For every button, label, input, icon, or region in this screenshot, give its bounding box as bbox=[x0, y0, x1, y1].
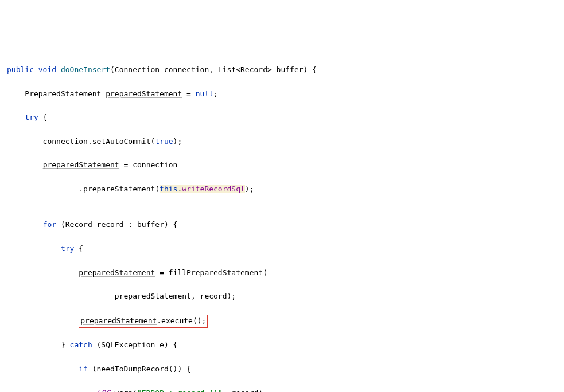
variable: preparedStatement bbox=[79, 268, 155, 277]
keyword-for: for bbox=[43, 220, 56, 229]
code-line: if (needToDumpRecord()) { bbox=[7, 363, 557, 375]
keyword-this: this bbox=[160, 185, 177, 193]
code-line: preparedStatement = fillPreparedStatemen… bbox=[7, 267, 557, 279]
keyword-if: if bbox=[79, 364, 88, 373]
variable: preparedStatement bbox=[43, 160, 119, 169]
code-text: .warn( bbox=[110, 389, 137, 393]
code-line: PreparedStatement preparedStatement = nu… bbox=[7, 88, 557, 100]
field-reference: writeRecordSql bbox=[182, 185, 245, 193]
code-text: = bbox=[182, 89, 195, 98]
code-text: , record); bbox=[191, 292, 236, 300]
code-editor: public void doOneInsert(Connection conne… bbox=[7, 52, 557, 392]
code-text: ); bbox=[245, 185, 254, 193]
highlighted-code: preparedStatement.execute(); bbox=[79, 315, 208, 328]
code-text: connection.setAutoCommit( bbox=[7, 137, 155, 146]
code-text: (Record record : buffer) { bbox=[56, 220, 177, 229]
code-text: ); bbox=[173, 137, 182, 146]
code-line: connection.setAutoCommit(true); bbox=[7, 136, 557, 148]
code-text: (Connection connection, List<Record> buf… bbox=[110, 65, 317, 74]
method-name: doOneInsert bbox=[61, 65, 110, 74]
code-line: LOG.warn("ERROR : record {}", record); bbox=[7, 387, 557, 393]
code-line: preparedStatement.execute(); bbox=[7, 315, 557, 328]
code-line: preparedStatement = connection bbox=[7, 159, 557, 171]
code-text: { bbox=[74, 244, 83, 253]
code-text: (SQLException e) { bbox=[92, 340, 178, 349]
code-line: public void doOneInsert(Connection conne… bbox=[7, 64, 557, 76]
code-line: try { bbox=[7, 243, 557, 255]
variable: preparedStatement bbox=[106, 89, 182, 98]
code-line: .prepareStatement(this.writeRecordSql); bbox=[7, 183, 557, 195]
code-line: preparedStatement, record); bbox=[7, 291, 557, 303]
static-field: LOG bbox=[97, 389, 110, 393]
keyword-try: try bbox=[25, 113, 38, 121]
code-text: , record); bbox=[223, 389, 267, 393]
code-text: PreparedStatement bbox=[25, 89, 106, 98]
code-line: for (Record record : buffer) { bbox=[7, 219, 557, 231]
variable: preparedStatement bbox=[80, 316, 157, 325]
keyword-void: void bbox=[38, 65, 56, 74]
code-line: } catch (SQLException e) { bbox=[7, 339, 557, 351]
keyword-try: try bbox=[61, 244, 74, 253]
code-text: { bbox=[38, 113, 48, 121]
code-text: .execute(); bbox=[157, 316, 206, 325]
keyword-public: public bbox=[7, 65, 34, 74]
keyword-null: null bbox=[196, 89, 213, 98]
string-literal: "ERROR : record {}" bbox=[137, 389, 223, 393]
code-line: try { bbox=[7, 112, 557, 124]
code-text: ; bbox=[213, 89, 218, 98]
code-text: .prepareStatement( bbox=[7, 185, 160, 193]
keyword-catch: catch bbox=[70, 340, 92, 349]
code-text: = fillPreparedStatement( bbox=[155, 268, 267, 277]
code-text: (needToDumpRecord()) { bbox=[88, 364, 191, 373]
variable: preparedStatement bbox=[115, 292, 191, 300]
code-text: = connection bbox=[119, 160, 178, 169]
keyword-true: true bbox=[155, 137, 173, 146]
